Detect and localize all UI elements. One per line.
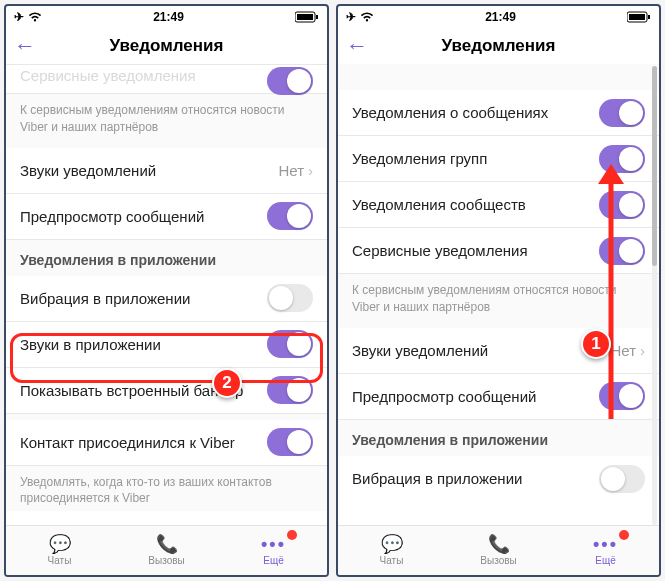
- tab-label: Ещё: [595, 555, 615, 566]
- tab-calls[interactable]: 📞 Вызовы: [445, 526, 552, 575]
- row-preview[interactable]: Предпросмотр сообщений: [338, 374, 659, 420]
- toggle-service[interactable]: [267, 67, 313, 95]
- tab-label: Чаты: [380, 555, 404, 566]
- tab-calls[interactable]: 📞 Вызовы: [113, 526, 220, 575]
- row-builtin-banner[interactable]: Показывать встроенный баннер: [6, 368, 327, 414]
- chat-icon: 💬: [381, 535, 403, 553]
- svg-rect-2: [316, 15, 318, 19]
- status-bar: ✈ 21:49: [338, 6, 659, 28]
- wifi-icon: [28, 11, 42, 23]
- svg-rect-5: [648, 15, 650, 19]
- tab-label: Ещё: [263, 555, 283, 566]
- status-time: 21:49: [485, 10, 516, 24]
- notification-badge: [287, 530, 297, 540]
- tab-bar: 💬 Чаты 📞 Вызовы ••• Ещё: [6, 525, 327, 575]
- toggle-builtin-banner[interactable]: [267, 376, 313, 404]
- tab-more[interactable]: ••• Ещё: [220, 526, 327, 575]
- battery-icon: [627, 11, 651, 23]
- row-label: Сервисные уведомления: [352, 242, 528, 259]
- chevron-right-icon: ›: [640, 342, 645, 359]
- more-icon: •••: [593, 535, 618, 553]
- row-label: Звуки в приложении: [20, 336, 161, 353]
- row-desc: К сервисным уведомлениям относятся новос…: [338, 274, 659, 328]
- row-label: Звуки уведомлений: [352, 342, 488, 359]
- right-screenshot: ✈ 21:49 ← Уведомления Уведомления о сооб…: [336, 4, 661, 577]
- settings-list[interactable]: Уведомления о сообщениях Уведомления гру…: [338, 64, 659, 525]
- tab-label: Вызовы: [148, 555, 184, 566]
- tab-label: Вызовы: [480, 555, 516, 566]
- toggle-vibration[interactable]: [599, 465, 645, 493]
- row-label: Вибрация в приложении: [20, 290, 190, 307]
- toggle-vibration[interactable]: [267, 284, 313, 312]
- row-preview[interactable]: Предпросмотр сообщений: [6, 194, 327, 240]
- row-label: Вибрация в приложении: [352, 470, 522, 487]
- left-screenshot: ✈ 21:49 ← Уведомления Сервисные уведомле…: [4, 4, 329, 577]
- tab-chats[interactable]: 💬 Чаты: [6, 526, 113, 575]
- row-service-notifications[interactable]: Сервисные уведомления: [338, 228, 659, 274]
- battery-icon: [295, 11, 319, 23]
- row-value: Нет›: [610, 342, 645, 359]
- row-label: Уведомления сообществ: [352, 196, 526, 213]
- row-label: Предпросмотр сообщений: [20, 208, 204, 225]
- phone-icon: 📞: [488, 535, 510, 553]
- row-vibration[interactable]: Вибрация в приложении: [338, 456, 659, 502]
- toggle-preview[interactable]: [599, 382, 645, 410]
- row-contact-joined[interactable]: Контакт присоединился к Viber: [6, 420, 327, 466]
- page-title: Уведомления: [338, 36, 659, 56]
- back-button[interactable]: ←: [14, 33, 42, 59]
- row-label: Сервисные уведомления: [20, 67, 196, 84]
- row-desc: Уведомлять, когда кто-то из ваших контак…: [6, 466, 327, 512]
- nav-header: ← Уведомления: [6, 28, 327, 64]
- tab-label: Чаты: [48, 555, 72, 566]
- scrollbar-thumb[interactable]: [652, 66, 657, 266]
- row-sounds[interactable]: Звуки уведомлений Нет›: [6, 148, 327, 194]
- row-value: Нет›: [278, 162, 313, 179]
- row-sounds[interactable]: Звуки уведомлений Нет›: [338, 328, 659, 374]
- status-time: 21:49: [153, 10, 184, 24]
- airplane-mode-icon: ✈: [346, 10, 356, 24]
- airplane-mode-icon: ✈: [14, 10, 24, 24]
- row-label: Уведомления групп: [352, 150, 487, 167]
- phone-icon: 📞: [156, 535, 178, 553]
- settings-list[interactable]: Сервисные уведомления К сервисным уведом…: [6, 64, 327, 525]
- row-in-app-sounds[interactable]: Звуки в приложении: [6, 322, 327, 368]
- svg-rect-4: [629, 14, 645, 20]
- chat-icon: 💬: [49, 535, 71, 553]
- row-label: Контакт присоединился к Viber: [20, 434, 235, 451]
- row-label: Показывать встроенный баннер: [20, 382, 243, 399]
- toggle-in-app-sounds[interactable]: [267, 330, 313, 358]
- chevron-right-icon: ›: [308, 162, 313, 179]
- row-group-notifications[interactable]: Уведомления групп: [338, 136, 659, 182]
- svg-rect-1: [297, 14, 313, 20]
- toggle-groups[interactable]: [599, 145, 645, 173]
- wifi-icon: [360, 11, 374, 23]
- toggle-service[interactable]: [599, 237, 645, 265]
- notification-badge: [619, 530, 629, 540]
- row-label: Предпросмотр сообщений: [352, 388, 536, 405]
- more-icon: •••: [261, 535, 286, 553]
- row-service-partial[interactable]: Сервисные уведомления: [6, 64, 327, 94]
- row-desc: К сервисным уведомлениям относятся новос…: [6, 94, 327, 148]
- tab-bar: 💬 Чаты 📞 Вызовы ••• Ещё: [338, 525, 659, 575]
- page-title: Уведомления: [6, 36, 327, 56]
- tab-chats[interactable]: 💬 Чаты: [338, 526, 445, 575]
- row-community-notifications[interactable]: Уведомления сообществ: [338, 182, 659, 228]
- toggle-communities[interactable]: [599, 191, 645, 219]
- section-in-app: Уведомления в приложении: [6, 240, 327, 276]
- status-bar: ✈ 21:49: [6, 6, 327, 28]
- row-label: Уведомления о сообщениях: [352, 104, 548, 121]
- row-message-notifications[interactable]: Уведомления о сообщениях: [338, 90, 659, 136]
- row-vibration[interactable]: Вибрация в приложении: [6, 276, 327, 322]
- nav-header: ← Уведомления: [338, 28, 659, 64]
- section-in-app: Уведомления в приложении: [338, 420, 659, 456]
- toggle-contact-joined[interactable]: [267, 428, 313, 456]
- row-label: Звуки уведомлений: [20, 162, 156, 179]
- toggle-messages[interactable]: [599, 99, 645, 127]
- toggle-preview[interactable]: [267, 202, 313, 230]
- tab-more[interactable]: ••• Ещё: [552, 526, 659, 575]
- back-button[interactable]: ←: [346, 33, 374, 59]
